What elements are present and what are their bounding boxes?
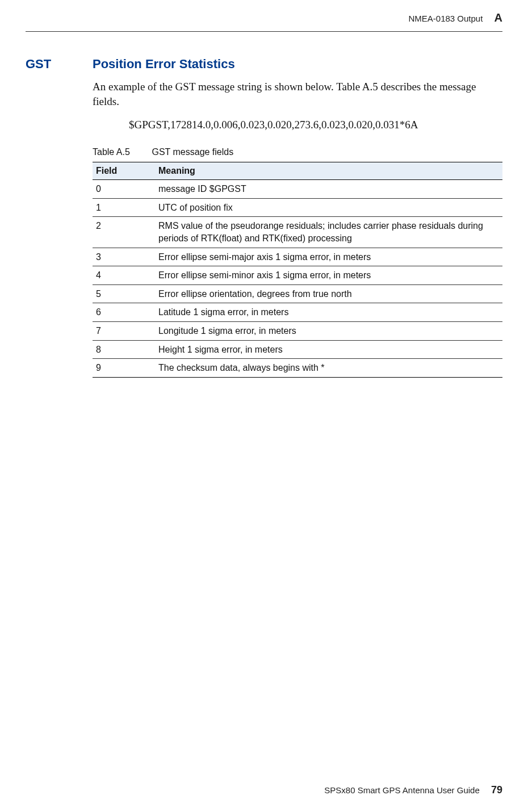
table-header-row: Field Meaning: [93, 162, 502, 180]
section-heading: GST Position Error Statistics: [26, 57, 502, 72]
cell-field: 9: [93, 359, 155, 378]
table-row: 2 RMS value of the pseudorange residuals…: [93, 217, 502, 248]
table-label: Table A.5: [93, 147, 149, 157]
header-appendix-letter: A: [495, 11, 502, 24]
table-row: 3 Error ellipse semi-major axis 1 sigma …: [93, 248, 502, 266]
cell-meaning: Error ellipse orientation, degrees from …: [155, 284, 502, 303]
cell-field: 5: [93, 284, 155, 303]
cell-meaning: The checksum data, always begins with *: [155, 359, 502, 378]
cell-meaning: Height 1 sigma error, in meters: [155, 340, 502, 359]
cell-field: 4: [93, 266, 155, 285]
cell-meaning: UTC of position fix: [155, 198, 502, 217]
table-row: 1 UTC of position fix: [93, 198, 502, 217]
footer-guide-name: SPSx80 Smart GPS Antenna User Guide: [324, 785, 479, 795]
cell-meaning: Error ellipse semi-major axis 1 sigma er…: [155, 248, 502, 266]
cell-field: 3: [93, 248, 155, 266]
table-row: 6 Latitude 1 sigma error, in meters: [93, 303, 502, 322]
col-header-field: Field: [93, 162, 155, 180]
cell-meaning: RMS value of the pseudorange residuals; …: [155, 217, 502, 248]
section-tag: GST: [26, 57, 93, 72]
cell-field: 1: [93, 198, 155, 217]
table-caption-text: GST message fields: [152, 147, 233, 157]
cell-meaning: Latitude 1 sigma error, in meters: [155, 303, 502, 322]
cell-field: 6: [93, 303, 155, 322]
cell-field: 2: [93, 217, 155, 248]
cell-field: 8: [93, 340, 155, 359]
cell-field: 0: [93, 180, 155, 199]
table-row: 5 Error ellipse orientation, degrees fro…: [93, 284, 502, 303]
table-row: 9 The checksum data, always begins with …: [93, 359, 502, 378]
page-header: NMEA-0183 Output A: [26, 11, 502, 32]
table-row: 4 Error ellipse semi-minor axis 1 sigma …: [93, 266, 502, 285]
table-caption: Table A.5 GST message fields: [93, 147, 502, 157]
intro-paragraph: An example of the GST message string is …: [93, 79, 502, 108]
cell-meaning: message ID $GPGST: [155, 180, 502, 199]
example-string: $GPGST,172814.0,0.006,0.023,0.020,273.6,…: [129, 119, 502, 131]
header-section-name: NMEA-0183 Output: [408, 14, 483, 23]
cell-meaning: Longitude 1 sigma error, in meters: [155, 322, 502, 341]
table-row: 8 Height 1 sigma error, in meters: [93, 340, 502, 359]
section-content: An example of the GST message string is …: [93, 79, 502, 378]
page-footer: SPSx80 Smart GPS Antenna User Guide 79: [324, 784, 502, 796]
table-row: 0 message ID $GPGST: [93, 180, 502, 199]
table-row: 7 Longitude 1 sigma error, in meters: [93, 322, 502, 341]
message-fields-table: Field Meaning 0 message ID $GPGST 1 UTC …: [93, 162, 502, 378]
footer-page-number: 79: [491, 784, 502, 796]
section-title: Position Error Statistics: [93, 57, 235, 72]
cell-meaning: Error ellipse semi-minor axis 1 sigma er…: [155, 266, 502, 285]
col-header-meaning: Meaning: [155, 162, 502, 180]
cell-field: 7: [93, 322, 155, 341]
